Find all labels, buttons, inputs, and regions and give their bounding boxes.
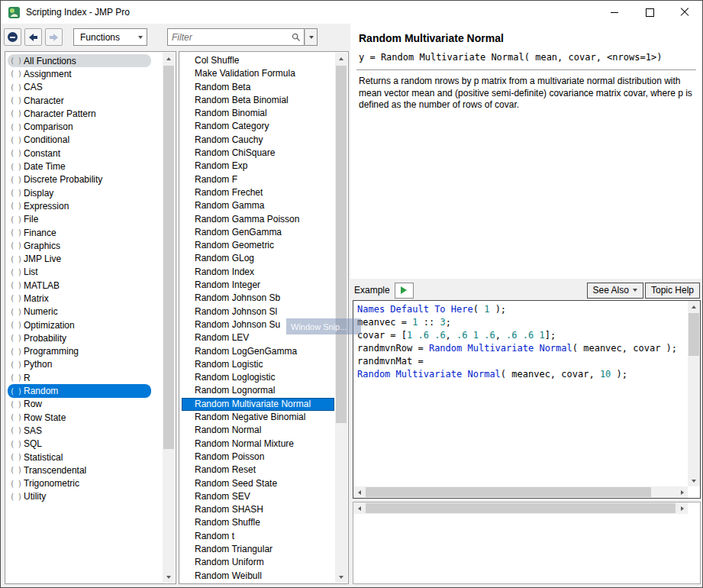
category-item[interactable]: ( )List [8, 266, 151, 279]
category-item[interactable]: ( )Assignment [8, 67, 151, 80]
function-item[interactable]: Random SEV [182, 490, 334, 503]
category-item[interactable]: ( )Comparison [8, 120, 151, 133]
function-item[interactable]: Random Johnson Sb [182, 292, 334, 305]
scrollbar-thumb[interactable] [163, 66, 174, 449]
maximize-button[interactable] [632, 1, 667, 24]
minimize-button[interactable] [597, 1, 632, 24]
function-item[interactable]: Random Category [182, 120, 334, 133]
scroll-down-arrow[interactable] [163, 571, 175, 583]
example-code-editor[interactable]: Names Default To Here( 1 );meanvec = 1 :… [353, 300, 701, 499]
category-item[interactable]: ( )Trigonometric [8, 477, 151, 490]
function-item[interactable]: Random Weibull [182, 570, 334, 582]
category-item[interactable]: ( )Display [8, 186, 151, 199]
code-horizontal-scrollbar[interactable] [353, 486, 688, 498]
category-item[interactable]: ( )MATLAB [8, 279, 151, 292]
category-item[interactable]: ( )Statistical [8, 451, 151, 464]
function-item[interactable]: Random Gamma Poisson [182, 213, 334, 226]
category-item[interactable]: ( )Row [8, 398, 151, 411]
function-item[interactable]: Random SHASH [182, 503, 334, 516]
forward-button[interactable] [45, 28, 63, 46]
category-item[interactable]: ( )Discrete Probability [8, 173, 151, 186]
function-item[interactable]: Random LogGenGamma [182, 345, 334, 358]
function-item[interactable]: Random Beta [182, 81, 334, 94]
category-scrollbar[interactable] [163, 53, 175, 583]
code-vertical-scrollbar[interactable] [688, 301, 700, 486]
category-item[interactable]: ( )R [8, 371, 151, 384]
function-item[interactable]: Random Lognormal [182, 384, 334, 397]
category-item[interactable]: ( )Transcendental [8, 464, 151, 477]
scroll-up-arrow[interactable] [163, 53, 175, 64]
scroll-up-arrow[interactable] [688, 301, 700, 312]
results-horizontal-scrollbar[interactable] [353, 502, 688, 514]
function-item[interactable]: Random Exp [182, 160, 334, 173]
function-item[interactable]: Random Triangular [182, 543, 334, 556]
category-item[interactable]: ( )Matrix [8, 292, 151, 305]
category-item[interactable]: ( )Character [8, 94, 151, 107]
category-item[interactable]: ( )Character Pattern [8, 107, 151, 120]
category-item[interactable]: ( )CAS [8, 81, 151, 94]
function-item[interactable]: Random GenGamma [182, 226, 334, 239]
function-item[interactable]: Random ChiSquare [182, 147, 334, 160]
category-item[interactable]: ( )Random [8, 384, 151, 397]
function-item[interactable]: Random Integer [182, 279, 334, 292]
back-button[interactable] [24, 28, 42, 46]
function-item[interactable]: Random Seed State [182, 477, 334, 490]
category-item[interactable]: ( )Conditional [8, 134, 151, 147]
run-script-button[interactable] [395, 283, 414, 299]
category-item[interactable]: ( )Optimization [8, 318, 151, 331]
category-item[interactable]: ( )JMP Live [8, 252, 151, 265]
category-item[interactable]: ( )Probability [8, 331, 151, 344]
function-item[interactable]: Random Normal Mixture [182, 438, 334, 451]
category-item[interactable]: ( )SQL [8, 438, 151, 451]
scroll-left-arrow[interactable] [353, 502, 365, 514]
close-button[interactable] [667, 1, 702, 24]
scroll-down-arrow[interactable] [688, 475, 700, 486]
function-item[interactable]: Random F [182, 173, 334, 186]
function-item[interactable]: Random Loglogistic [182, 371, 334, 384]
category-item[interactable]: ( )File [8, 213, 151, 226]
scrollbar-thumb[interactable] [366, 487, 651, 497]
function-item[interactable]: Random Cauchy [182, 134, 334, 147]
function-item[interactable]: Random Beta Binomial [182, 94, 334, 107]
function-item[interactable]: Random Index [182, 266, 334, 279]
topic-help-button[interactable]: Topic Help [645, 283, 700, 299]
function-item[interactable]: Random Geometric [182, 239, 334, 252]
function-item[interactable]: Make Validation Formula [182, 67, 334, 80]
function-item[interactable]: Random Frechet [182, 186, 334, 199]
function-item[interactable]: Random Uniform [182, 556, 334, 569]
category-item[interactable]: ( )Python [8, 358, 151, 371]
category-item[interactable]: ( )Expression [8, 199, 151, 212]
function-item[interactable]: Random Gamma [182, 199, 334, 212]
function-item[interactable]: Random Shuffle [182, 516, 334, 529]
function-item[interactable]: Random Logistic [182, 358, 334, 371]
scrollbar-thumb[interactable] [366, 503, 676, 513]
function-item[interactable]: Random Normal [182, 424, 334, 437]
category-item[interactable]: ( )Row State [8, 411, 151, 424]
function-scrollbar[interactable] [335, 53, 347, 583]
category-item[interactable]: ( )Utility [8, 490, 151, 503]
category-item[interactable]: ( )All Functions [8, 54, 151, 67]
example-code[interactable]: Names Default To Here( 1 );meanvec = 1 :… [357, 303, 686, 485]
function-item[interactable]: Random Poisson [182, 451, 334, 464]
category-item[interactable]: ( )SAS [8, 424, 151, 437]
function-item[interactable]: Col Shuffle [182, 54, 334, 67]
scroll-right-arrow[interactable] [676, 486, 688, 498]
scrollbar-thumb[interactable] [688, 313, 699, 356]
collapse-button[interactable] [4, 28, 21, 46]
filter-history-dropdown-button[interactable] [305, 28, 318, 46]
category-item[interactable]: ( )Finance [8, 226, 151, 239]
scroll-down-arrow[interactable] [335, 571, 347, 583]
scroll-right-arrow[interactable] [676, 502, 688, 514]
scroll-up-arrow[interactable] [335, 53, 347, 64]
category-item[interactable]: ( )Date Time [8, 160, 151, 173]
category-item[interactable]: ( )Programming [8, 345, 151, 358]
category-item[interactable]: ( )Graphics [8, 239, 151, 252]
scrollbar-thumb[interactable] [336, 66, 347, 423]
function-item[interactable]: Random t [182, 530, 334, 543]
scroll-left-arrow[interactable] [353, 486, 365, 498]
category-item[interactable]: ( )Numeric [8, 305, 151, 318]
category-item[interactable]: ( )Constant [8, 147, 151, 160]
see-also-button[interactable]: See Also [587, 283, 643, 299]
function-item[interactable]: Random Negative Binomial [182, 411, 334, 424]
function-item[interactable]: Random GLog [182, 252, 334, 265]
